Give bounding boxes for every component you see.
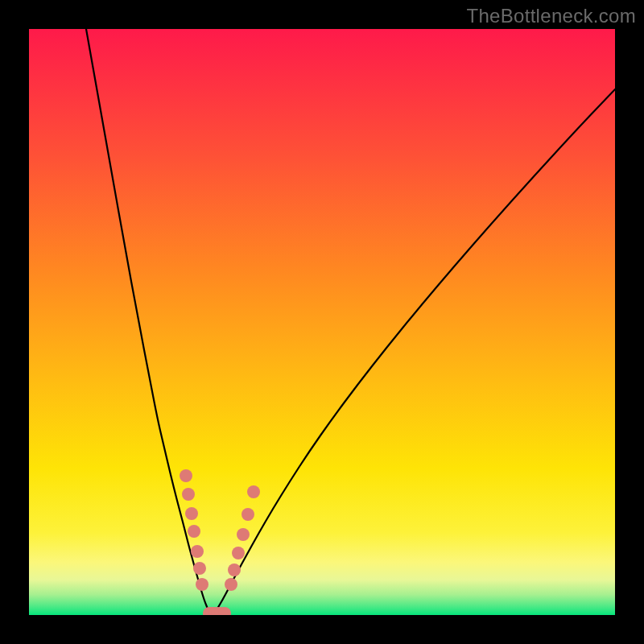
data-dot bbox=[242, 508, 254, 521]
curve-right-branch bbox=[214, 89, 615, 613]
data-dot bbox=[185, 507, 198, 520]
data-dot bbox=[180, 469, 192, 482]
dot-cluster-left-arm bbox=[180, 469, 208, 591]
watermark-text: TheBottleneck.com bbox=[466, 5, 636, 27]
data-dot bbox=[247, 485, 260, 498]
data-dot bbox=[237, 528, 250, 541]
plot-area bbox=[29, 29, 615, 615]
dot-cluster-bottom bbox=[203, 607, 231, 615]
curve-layer bbox=[29, 29, 615, 615]
dot-cluster-right-arm bbox=[225, 485, 260, 591]
data-dot bbox=[191, 545, 204, 558]
chart-frame: TheBottleneck.com bbox=[0, 0, 644, 644]
data-dot bbox=[196, 578, 208, 591]
data-dot bbox=[225, 578, 237, 591]
data-dot bbox=[228, 564, 241, 576]
data-dot bbox=[193, 562, 206, 575]
data-dot bbox=[188, 525, 200, 538]
data-dot bbox=[232, 547, 245, 559]
data-dot bbox=[182, 488, 195, 501]
